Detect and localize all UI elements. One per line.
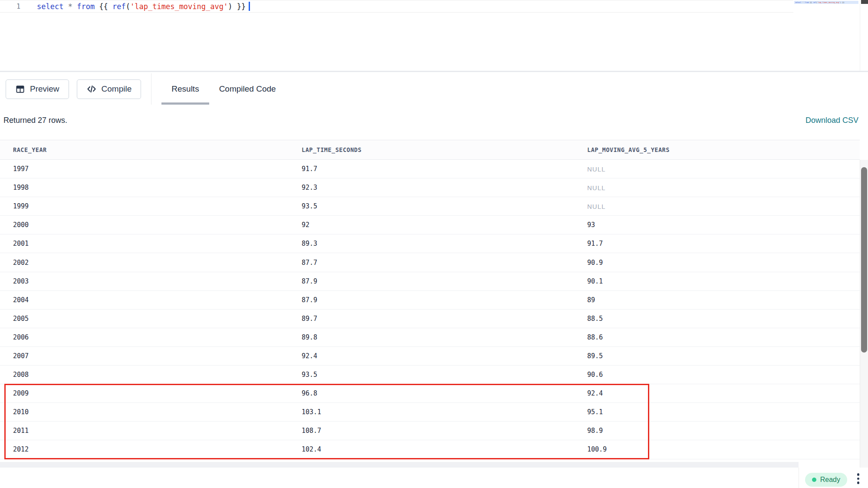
table-row: 200387.990.1 (0, 272, 860, 291)
editor-scrollbar-track[interactable] (860, 0, 868, 71)
line-number: 1 (0, 3, 37, 10)
table-cell: 90.1 (587, 277, 860, 285)
minimap-current-line: select * from {{ ref('lap_times_moving_a… (794, 1, 858, 4)
table-cell: 89.3 (302, 240, 587, 247)
table-cell: 108.7 (302, 427, 587, 435)
table-cell: 102.4 (302, 445, 587, 453)
results-toolbar: Preview Compile Results Compiled Code (0, 73, 868, 105)
editor-current-line[interactable]: 1 select * from {{ ref('lap_times_moving… (0, 0, 793, 13)
table-row: 2010103.195.1 (0, 403, 860, 422)
table-cell: 87.9 (302, 296, 587, 304)
table-cell: 2003 (0, 277, 302, 285)
table-cell: 93.5 (302, 371, 587, 379)
code-brackets-icon (86, 84, 97, 94)
table-cell: 2012 (0, 445, 302, 453)
table-row: 200893.590.6 (0, 366, 860, 384)
table-cell: 89.7 (302, 315, 587, 323)
status-bar-divider (799, 468, 799, 488)
table-row: 2011108.798.9 (0, 422, 860, 440)
table-cell: 2006 (0, 333, 302, 341)
table-cell: 95.1 (587, 408, 860, 416)
table-cell: 1997 (0, 165, 302, 173)
download-csv-link[interactable]: Download CSV (806, 116, 858, 125)
table-cell: 89.8 (302, 333, 587, 341)
status-dot-icon (812, 478, 816, 482)
kebab-menu-icon[interactable] (855, 472, 861, 485)
table-cell: 98.9 (587, 427, 860, 435)
table-cell: 88.6 (587, 333, 860, 341)
editor-scrollbar-thumb[interactable] (861, 0, 868, 4)
table-cell: 91.7 (587, 240, 860, 247)
table-grid-icon (15, 84, 25, 94)
results-table-body: 199791.7NULL199892.3NULL199993.5NULL2000… (0, 160, 860, 459)
table-cell: 2005 (0, 315, 302, 323)
table-row: 199892.3NULL (0, 178, 860, 197)
table-cell: 1999 (0, 202, 302, 210)
status-badge-label: Ready (820, 476, 840, 484)
table-cell: 2009 (0, 389, 302, 397)
table-cell: NULL (587, 203, 860, 210)
table-cell: 2002 (0, 259, 302, 267)
table-cell: 92.4 (302, 352, 587, 360)
table-cell: 96.8 (302, 389, 587, 397)
table-cell: 92.3 (302, 184, 587, 191)
table-scrollbar-thumb[interactable] (861, 167, 867, 353)
table-cell: 2011 (0, 427, 302, 435)
tab-compiled-code[interactable]: Compiled Code (209, 73, 286, 105)
panel-bottom-strip (0, 462, 799, 468)
table-cell: 89.5 (587, 352, 860, 360)
table-cell: 88.5 (587, 315, 860, 323)
table-cell: 100.9 (587, 445, 860, 453)
table-row: 200189.391.7 (0, 234, 860, 253)
table-row: 200792.489.5 (0, 347, 860, 366)
table-cell: NULL (587, 184, 860, 191)
table-cell: 1998 (0, 184, 302, 191)
table-scrollbar-track[interactable] (860, 160, 868, 468)
preview-button[interactable]: Preview (6, 79, 69, 99)
table-cell: 2008 (0, 371, 302, 379)
dbt-ide-root: 1 select * from {{ ref('lap_times_moving… (0, 0, 868, 488)
table-cell: NULL (587, 165, 860, 173)
column-header-lap-time-seconds: LAP_TIME_SECONDS (302, 146, 587, 153)
table-row: 199791.7NULL (0, 160, 860, 178)
table-cell: 90.9 (587, 259, 860, 267)
sql-code-line[interactable]: select * from {{ ref('lap_times_moving_a… (37, 2, 246, 11)
status-bar: Ready (0, 468, 868, 488)
column-header-race-year: RACE_YEAR (0, 146, 302, 153)
table-row: 199993.5NULL (0, 197, 860, 216)
table-cell: 2000 (0, 221, 302, 229)
editor-minimap[interactable]: select * from {{ ref('lap_times_moving_a… (794, 0, 858, 69)
table-cell: 92.4 (587, 389, 860, 397)
table-cell: 87.9 (302, 277, 587, 285)
table-cell: 90.6 (587, 371, 860, 379)
table-cell: 89 (587, 296, 860, 304)
table-cell: 93 (587, 221, 860, 229)
preview-button-label: Preview (30, 84, 59, 94)
table-cell: 87.7 (302, 259, 587, 267)
table-row: 2012102.4100.9 (0, 440, 860, 459)
results-info-row: Returned 27 rows. Download CSV (0, 107, 868, 133)
table-row: 200996.892.4 (0, 384, 860, 403)
results-table-header: RACE_YEAR LAP_TIME_SECONDS LAP_MOVING_AV… (0, 140, 860, 160)
table-row: 20009293 (0, 216, 860, 234)
table-cell: 2007 (0, 352, 302, 360)
table-cell: 92 (302, 221, 587, 229)
tab-results[interactable]: Results (161, 73, 209, 105)
row-count-summary: Returned 27 rows. (3, 116, 67, 125)
column-header-lap-moving-avg-5-years: LAP_MOVING_AVG_5_YEARS (587, 146, 860, 153)
table-row: 200589.788.5 (0, 310, 860, 328)
table-cell: 2004 (0, 296, 302, 304)
table-row: 200689.888.6 (0, 328, 860, 347)
table-cell: 93.5 (302, 202, 587, 210)
table-row: 200487.989 (0, 291, 860, 310)
compile-button-label: Compile (102, 84, 132, 94)
text-cursor (249, 2, 250, 11)
table-row: 200287.790.9 (0, 253, 860, 272)
table-cell: 103.1 (302, 408, 587, 416)
sql-editor[interactable]: 1 select * from {{ ref('lap_times_moving… (0, 0, 868, 72)
table-cell: 2001 (0, 240, 302, 247)
toolbar-divider (151, 73, 151, 105)
compile-button[interactable]: Compile (77, 79, 141, 99)
status-badge[interactable]: Ready (805, 473, 847, 487)
table-cell: 2010 (0, 408, 302, 416)
